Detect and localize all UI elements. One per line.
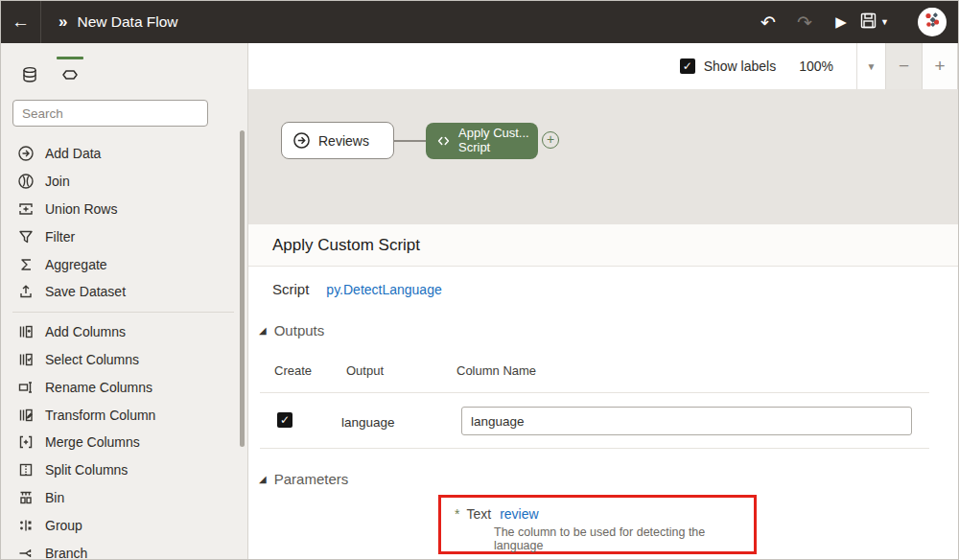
outputs-section-toggle[interactable]: ◢ Outputs [259, 322, 324, 338]
union-rows-icon [16, 200, 35, 218]
zoom-in-button[interactable]: + [922, 43, 958, 89]
zoom-dropdown-button[interactable]: ▼ [856, 43, 885, 89]
user-avatar[interactable] [918, 8, 947, 36]
output-name: language [341, 415, 395, 430]
caret-down-icon: ▼ [867, 61, 877, 72]
filter-icon [16, 228, 35, 245]
column-header-column-name: Column Name [456, 363, 536, 378]
show-labels-checkbox[interactable]: ✓ [680, 58, 695, 74]
detail-panel-title: Apply Custom Script [272, 236, 420, 255]
parameter-description: The column to be used for detecting the … [494, 525, 754, 552]
check-icon: ✓ [280, 413, 290, 427]
parameter-highlight-box: * Text review The column to be used for … [438, 495, 757, 554]
merge-columns-icon [16, 433, 35, 451]
minus-icon: − [899, 56, 909, 77]
plus-icon: + [934, 56, 945, 77]
script-link[interactable]: py.DetectLanguage [326, 282, 441, 297]
node-reviews[interactable]: Reviews [281, 122, 394, 159]
create-column-checkbox[interactable]: ✓ [277, 412, 292, 428]
transform-column-icon [16, 407, 35, 424]
sidebar-item-group[interactable]: Group [1, 511, 247, 539]
play-icon: ▶ [835, 13, 847, 31]
step-detail-panel: Apply Custom Script Script py.DetectLang… [248, 223, 958, 559]
dataset-icon [292, 131, 311, 150]
top-bar: ← » New Data Flow ↶ ↷ ▶ ▼ [1, 1, 958, 43]
sidebar-item-transform-column[interactable]: Transform Column [1, 401, 247, 429]
sidebar-item-add-data[interactable]: Add Data [1, 140, 247, 168]
node-label: Reviews [318, 133, 369, 149]
outputs-section-title: Outputs [274, 322, 325, 338]
zoom-level-value: 100% [799, 58, 833, 74]
list-divider [12, 312, 234, 313]
topbar-actions: ↶ ↷ ▶ ▼ [750, 1, 958, 43]
sidebar-item-rename-columns[interactable]: Rename Columns [1, 373, 247, 401]
rename-columns-icon [16, 379, 35, 396]
add-data-icon [16, 145, 35, 162]
aggregate-icon [16, 256, 35, 273]
split-columns-icon [16, 461, 35, 478]
show-labels-label: Show labels [704, 58, 777, 74]
search-container [12, 100, 234, 127]
double-chevron-right-icon[interactable]: » [58, 12, 65, 32]
output-table-row: ✓ language [248, 393, 958, 448]
column-header-create: Create [274, 363, 312, 378]
redo-button[interactable]: ↷ [786, 1, 823, 43]
detail-panel-header: Apply Custom Script [248, 223, 958, 267]
group-icon [16, 517, 35, 534]
operation-node-icon [60, 66, 80, 88]
parameter-value-link[interactable]: review [500, 506, 538, 522]
parameter-row: * Text review [455, 506, 754, 522]
node-connector [394, 140, 426, 142]
undo-button[interactable]: ↶ [750, 1, 786, 43]
zoom-out-button[interactable]: − [885, 43, 922, 89]
save-button-group[interactable]: ▼ [859, 12, 889, 34]
save-icon [859, 12, 877, 34]
analytics-logo-icon [920, 8, 945, 36]
check-icon: ✓ [683, 59, 692, 73]
page-title: New Data Flow [77, 13, 177, 31]
run-button[interactable]: ▶ [823, 1, 859, 43]
dataflow-canvas[interactable]: Reviews Apply Cust...Script + [248, 89, 958, 223]
required-indicator: * [455, 506, 459, 522]
column-name-input[interactable] [461, 407, 912, 435]
collapse-triangle-icon: ◢ [259, 325, 267, 336]
search-input[interactable] [12, 100, 208, 127]
sidebar-item-aggregate[interactable]: Aggregate [1, 250, 247, 278]
active-tab-indicator [57, 57, 83, 59]
sidebar-item-filter[interactable]: Filter [1, 222, 247, 250]
node-label: Apply Cust...Script [458, 127, 529, 155]
row-divider [260, 448, 929, 449]
sidebar-item-select-columns[interactable]: Select Columns [1, 346, 247, 374]
sidebar-item-join[interactable]: Join [1, 168, 247, 196]
script-row: Script py.DetectLanguage [272, 281, 442, 297]
sidebar-scrollbar[interactable] [240, 130, 245, 447]
parameter-type-label: Text [466, 506, 491, 522]
sidebar-item-save-dataset[interactable]: Save Dataset [1, 278, 247, 306]
canvas-toolbar: ✓ Show labels 100% ▼ − + [248, 43, 958, 89]
back-button[interactable]: ← [1, 1, 41, 43]
arrow-left-icon: ← [12, 12, 30, 33]
save-menu-caret-icon[interactable]: ▼ [880, 17, 889, 27]
add-columns-icon [16, 323, 35, 340]
branch-icon [16, 545, 35, 560]
sidebar-item-union-rows[interactable]: Union Rows [1, 196, 247, 223]
node-apply-custom-script[interactable]: Apply Cust...Script [426, 123, 538, 159]
sidebar-item-split-columns[interactable]: Split Columns [1, 456, 247, 484]
tab-data[interactable] [16, 57, 43, 88]
add-step-button[interactable]: + [542, 131, 559, 149]
undo-icon: ↶ [760, 12, 776, 34]
sidebar-item-add-columns[interactable]: Add Columns [1, 318, 247, 346]
sidebar-item-branch[interactable]: Branch [1, 539, 247, 560]
sidebar-item-bin[interactable]: Bin [1, 484, 247, 512]
parameters-section-toggle[interactable]: ◢ Parameters [259, 471, 348, 487]
parameters-section-title: Parameters [274, 471, 349, 487]
bin-icon [16, 489, 35, 506]
app-window: ← » New Data Flow ↶ ↷ ▶ ▼ [0, 0, 959, 560]
sidebar-item-merge-columns[interactable]: Merge Columns [1, 429, 247, 456]
redo-icon: ↷ [797, 12, 812, 34]
script-label: Script [272, 281, 309, 297]
sidebar-tabs [1, 43, 247, 88]
tab-operations[interactable] [57, 57, 83, 88]
collapse-triangle-icon: ◢ [259, 474, 267, 484]
database-icon [21, 66, 38, 88]
